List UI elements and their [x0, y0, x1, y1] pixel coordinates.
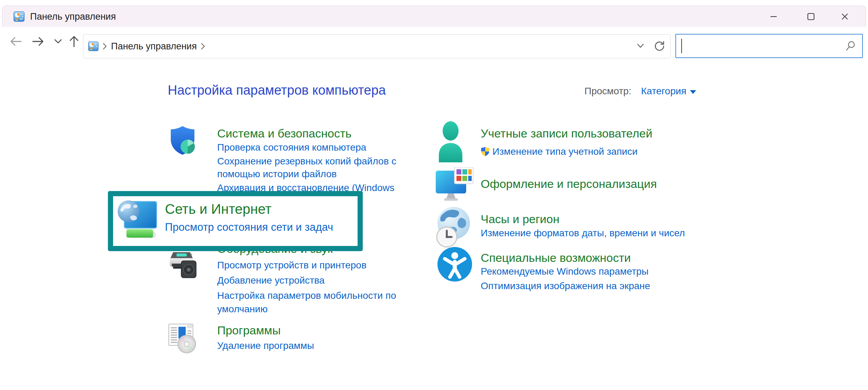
search-box[interactable] — [675, 34, 863, 58]
section-title-clock-region[interactable]: Часы и регион — [481, 212, 560, 226]
minimize-button[interactable] — [763, 6, 785, 27]
section-appearance: Оформление и персонализация — [481, 177, 705, 191]
address-bar[interactable]: Панель управления — [83, 34, 671, 58]
appearance-icon[interactable] — [436, 167, 474, 207]
uac-shield-icon — [481, 146, 490, 156]
search-icon — [845, 40, 857, 52]
link-recommended-settings[interactable]: Рекомендуемые Windows параметры — [481, 265, 705, 278]
page-title: Настройка параметров компьютера — [168, 83, 386, 98]
user-accounts-icon[interactable] — [438, 121, 463, 162]
network-icon[interactable] — [116, 197, 158, 241]
link-change-account-type[interactable]: Изменение типа учетной записи — [492, 145, 638, 158]
hardware-sound-icon[interactable] — [168, 249, 197, 280]
link-view-network-status[interactable]: Просмотр состояния сети и задач — [165, 221, 333, 234]
up-button[interactable] — [66, 34, 82, 49]
titlebar: Панель управления — [2, 6, 866, 27]
section-title-programs[interactable]: Программы — [217, 323, 281, 337]
network-internet-highlight-box: Сеть и Интернет Просмотр состояния сети … — [108, 191, 363, 251]
section-programs-links: Удаление программы — [217, 339, 400, 353]
recent-locations-button[interactable] — [50, 34, 66, 49]
view-by-value[interactable]: Категория — [641, 86, 686, 97]
maximize-button[interactable] — [800, 6, 822, 27]
section-clock-region: Часы и регион — [481, 212, 705, 226]
clock-region-icon[interactable] — [436, 206, 470, 248]
up-arrow-icon — [68, 35, 80, 48]
section-title-user-accounts[interactable]: Учетные записи пользователей — [481, 126, 652, 140]
section-programs: Программы — [217, 323, 400, 337]
link-check-computer-status[interactable]: Проверка состояния компьютера — [217, 141, 400, 154]
section-user-accounts: Учетные записи пользователей — [481, 126, 705, 140]
chevron-down-icon — [54, 38, 63, 45]
section-title-ease-of-access[interactable]: Специальные возможности — [481, 251, 631, 265]
address-dropdown-icon[interactable] — [636, 43, 645, 49]
section-system-security: Система и безопасность — [217, 126, 400, 140]
section-ease-of-access: Специальные возможности — [481, 251, 705, 265]
view-by-dropdown-caret[interactable] — [690, 90, 696, 94]
link-file-history-backup[interactable]: Сохранение резервных копий файлов с помо… — [217, 155, 400, 180]
link-mobility-settings[interactable]: Настройка параметров мобильности по умол… — [217, 289, 400, 316]
section-user-accounts-links: Изменение типа учетной записи — [481, 145, 705, 158]
navigation-bar: Панель управления — [0, 27, 868, 63]
breadcrumb-control-panel[interactable]: Панель управления — [111, 41, 197, 52]
section-hardware-sound-links: Просмотр устройств и принтеров Добавлени… — [217, 258, 400, 317]
close-icon — [840, 12, 850, 21]
section-clock-region-links: Изменение форматов даты, времени и чисел — [481, 227, 705, 240]
close-button[interactable] — [834, 6, 856, 27]
link-optimize-display[interactable]: Оптимизация изображения на экране — [481, 279, 705, 293]
section-title-appearance[interactable]: Оформление и персонализация — [481, 177, 657, 191]
section-title-system-security[interactable]: Система и безопасность — [217, 126, 351, 140]
programs-icon[interactable] — [168, 322, 197, 354]
link-add-device[interactable]: Добавление устройства — [217, 274, 400, 287]
back-arrow-icon — [9, 36, 22, 47]
forward-arrow-icon — [31, 36, 45, 47]
control-panel-window: Панель управления — [0, 0, 868, 390]
section-title-network-internet[interactable]: Сеть и Интернет — [165, 201, 271, 217]
refresh-icon[interactable] — [654, 40, 665, 52]
control-panel-breadcrumb-icon — [88, 41, 99, 51]
window-title: Панель управления — [30, 11, 116, 22]
breadcrumb-chevron-icon — [102, 42, 108, 50]
breadcrumb-chevron-icon[interactable] — [200, 42, 206, 50]
link-change-date-time-formats[interactable]: Изменение форматов даты, времени и чисел — [481, 227, 705, 239]
back-button[interactable] — [8, 34, 24, 49]
maximize-icon — [806, 12, 816, 21]
security-shield-icon[interactable] — [168, 125, 197, 156]
section-ease-of-access-links: Рекомендуемые Windows параметры Оптимиза… — [481, 265, 705, 294]
accessibility-icon[interactable] — [437, 247, 472, 282]
link-uninstall-program[interactable]: Удаление программы — [217, 339, 400, 352]
control-panel-app-icon — [13, 11, 25, 22]
view-by-control: Просмотр: Категория — [584, 86, 696, 97]
link-view-devices-printers[interactable]: Просмотр устройств и принтеров — [217, 258, 400, 272]
minimize-icon — [769, 12, 778, 21]
forward-button[interactable] — [30, 34, 46, 49]
view-by-label: Просмотр: — [584, 86, 631, 97]
search-input[interactable] — [681, 37, 834, 54]
